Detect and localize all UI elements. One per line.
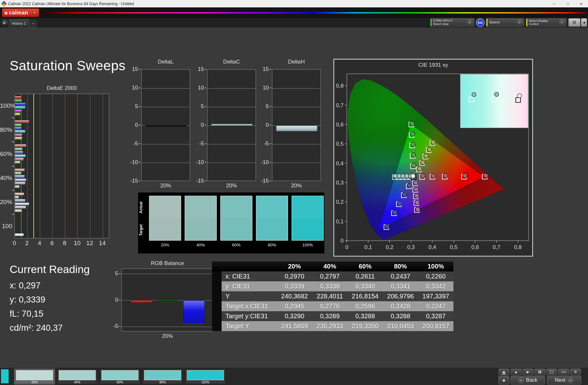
tab-expand-button[interactable]: ▶	[2, 20, 8, 26]
swatch-color	[101, 370, 138, 380]
gridline	[142, 88, 190, 89]
deltae-bar	[15, 161, 20, 164]
gridline	[272, 163, 320, 163]
y-tick-label: 15	[193, 66, 204, 73]
target-swatch	[292, 218, 323, 240]
pattern-window-button[interactable]	[546, 369, 557, 375]
x-tick-label: 2	[21, 240, 33, 247]
add-tab-button[interactable]: +	[30, 20, 37, 27]
tab-history-1[interactable]: History 1	[9, 19, 29, 27]
pattern-swatch-button-100%[interactable]: 100%	[185, 369, 225, 384]
row-gutter	[212, 291, 222, 301]
back-button[interactable]: «« Back	[511, 376, 545, 384]
svg-text:0,1: 0,1	[336, 218, 344, 225]
settings-icon: ⚙	[574, 370, 577, 374]
row-label: Target Y	[222, 321, 277, 331]
stop-button[interactable]: ■	[511, 369, 522, 375]
maximize-button[interactable]: □	[561, 0, 575, 7]
deltae-bar	[15, 148, 22, 150]
deltae-bar	[15, 175, 25, 178]
pause-button[interactable]	[534, 369, 545, 375]
deltal-x-label: 20%	[141, 183, 190, 189]
minimize-button[interactable]: ─	[548, 0, 561, 7]
cell-value: 100%	[418, 261, 453, 271]
deltae-bar	[15, 178, 26, 181]
meter-dropdown[interactable]: X-Rite i1Pro 3 Direct View ▼	[430, 18, 474, 27]
axis-tick	[269, 125, 271, 125]
bar	[276, 125, 317, 131]
chevron-down-icon[interactable]: ▼	[467, 19, 473, 26]
cell-value: 0,2247	[418, 301, 453, 311]
deltac-y-axis: 151050-5-10-15	[193, 69, 206, 181]
y-tick-label: -5	[258, 141, 269, 147]
y-tick-label: 15	[127, 66, 138, 73]
main-content: Saturation Sweeps DeltaE 2000 100%80%60%…	[0, 27, 588, 367]
deltae-bar	[15, 137, 22, 140]
row-label: Target y:CIE31	[222, 311, 277, 321]
y-tick-label: -15	[193, 178, 204, 184]
axis-tick	[12, 166, 14, 167]
calman-menu-button[interactable]: ◈ calman ▼	[2, 8, 39, 17]
group-label: 100	[0, 223, 12, 230]
display-icon	[550, 371, 554, 373]
gridline	[207, 107, 256, 107]
swatch-label: 100%	[292, 243, 324, 247]
chevron-down-icon[interactable]: ▼	[516, 19, 523, 26]
collapse-panel-button[interactable]: ◀	[581, 18, 587, 27]
cell-value: 219,3350	[347, 321, 383, 331]
pattern-swatch-button-40%[interactable]: 40%	[57, 369, 97, 384]
red-bar	[131, 300, 152, 303]
deltae-bar	[15, 158, 24, 160]
pattern-square-icon: ■	[503, 378, 505, 383]
pattern-swatch-button-80%[interactable]: 80%	[143, 369, 183, 384]
deltae-bar	[15, 168, 25, 171]
next-button[interactable]: Next »»	[547, 376, 581, 384]
menubar: ◈ calman ▼	[0, 7, 588, 18]
settings-button[interactable]: ⚙	[570, 369, 581, 375]
calman-logo-icon: ◈	[4, 10, 8, 16]
deltae-bar	[15, 96, 22, 99]
gear-icon: ⚙	[572, 20, 576, 25]
group-label: 80%	[0, 126, 12, 133]
pattern-swatch-button-20%[interactable]: 20%	[14, 369, 55, 384]
chevron-down-icon[interactable]: ▼	[559, 19, 565, 26]
pattern-window-button[interactable]: ■	[498, 376, 509, 384]
cie-1931-panel: CIE 1931 xy 00,10,20,30,40,50,60,70,800,…	[333, 59, 533, 257]
settings-button[interactable]: ⚙	[568, 18, 580, 27]
pattern-swatch-button-60%[interactable]: 60%	[100, 369, 140, 384]
source-dropdown[interactable]: Source ▼	[486, 18, 524, 27]
deltah-x-label: 20%	[272, 183, 321, 189]
cell-value: 241,5809	[277, 321, 312, 331]
play-button[interactable]: ▶	[522, 369, 533, 375]
axis-tick	[12, 214, 14, 215]
y-tick-label: 5	[193, 103, 204, 110]
y-tick-label: -10	[127, 159, 138, 166]
cell-value: 0,2260	[418, 271, 453, 281]
table-row: Target Y241,5809230,2933219,3350210,0453…	[212, 321, 453, 331]
rgb-balance-chart	[121, 269, 214, 331]
close-button[interactable]: ×	[575, 0, 588, 7]
cie-title: CIE 1931 xy	[334, 62, 532, 68]
svg-text:0,3: 0,3	[407, 244, 415, 250]
deltah-y-axis: 151050-5-10-15	[258, 69, 271, 181]
display-control-dropdown[interactable]: Direct Display Control ▼	[526, 18, 566, 27]
deltae-bar	[15, 193, 24, 195]
axis-tick	[119, 326, 121, 327]
axis-tick	[12, 190, 14, 191]
eject-button[interactable]	[498, 369, 509, 375]
axis-tick	[205, 162, 206, 163]
row-gutter	[212, 321, 222, 331]
chevron-down-icon: ▼	[31, 11, 36, 14]
deltae-bar	[15, 199, 25, 202]
cell-value: 0,3341	[383, 281, 418, 291]
deltae-bar	[15, 151, 23, 154]
table-header-row: 20%40%60%80%100%	[212, 261, 453, 271]
cell-value: 0,2797	[312, 271, 347, 281]
y-tick-label: -10	[193, 159, 204, 166]
y-tick-label: 0	[258, 122, 269, 128]
axis-tick	[269, 69, 271, 70]
back-label: Back	[526, 377, 538, 383]
eject-icon	[502, 371, 506, 373]
glasses-button[interactable]	[558, 369, 569, 375]
deltae-bar	[15, 130, 25, 133]
